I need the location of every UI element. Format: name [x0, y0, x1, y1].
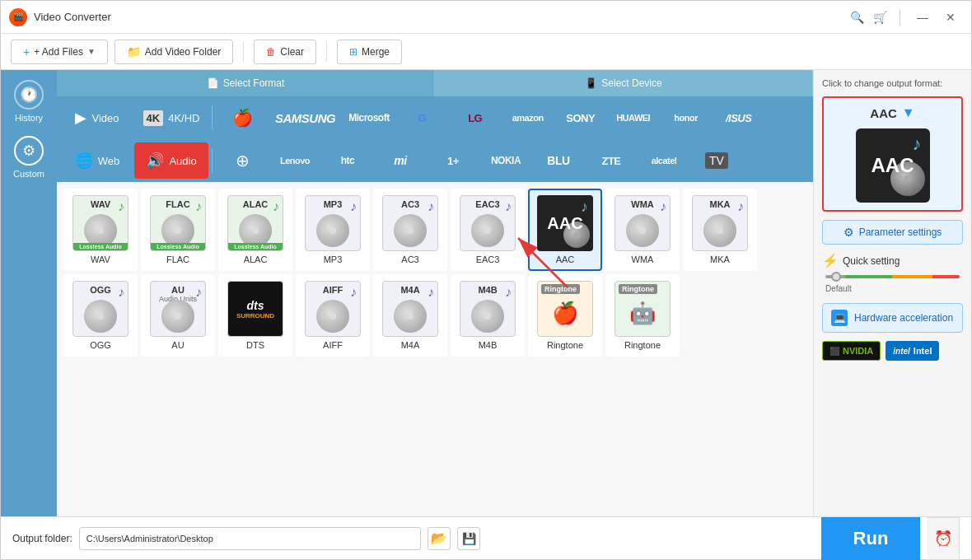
video-button[interactable]: ▶ Video [60, 100, 134, 136]
brand-sony[interactable]: SONY [554, 100, 607, 136]
sidebar-history-label: History [15, 113, 43, 123]
brand-mi[interactable]: mi [374, 142, 427, 179]
nokia-label: NOKIA [491, 155, 521, 166]
search-button[interactable]: 🔍 [847, 7, 867, 27]
format-item-ogg[interactable]: OGG ♪ OGG [63, 274, 138, 357]
au-label: AU [171, 340, 184, 350]
brand-asus[interactable]: /ISUS [713, 100, 765, 136]
brand-tv[interactable]: TV [690, 142, 743, 179]
brand-honor[interactable]: honor [660, 100, 713, 136]
output-format-preview[interactable]: AAC ▼ AAC ♪ [822, 96, 963, 212]
format-item-m4a[interactable]: M4A ♪ M4A [373, 274, 447, 357]
format-item-mp3[interactable]: MP3 ♪ MP3 [296, 189, 370, 271]
merge-button[interactable]: ⊞ Merge [337, 40, 402, 64]
ogg-thumb-base: OGG ♪ [72, 281, 129, 337]
m4a-label: M4A [401, 340, 420, 350]
brand-microsoft[interactable]: Microsoft [342, 100, 396, 136]
wav-thumb-base: WAV ♪ Lossless Audio [72, 195, 129, 251]
web-button[interactable]: 🌐 Web [60, 142, 134, 179]
minimize-button[interactable]: — [910, 7, 935, 27]
format-item-ringtone-android[interactable]: Ringtone 🤖 Ringtone [605, 274, 680, 357]
close-button[interactable]: ✕ [938, 7, 963, 27]
parameter-settings-button[interactable]: ⚙ Parameter settings [822, 220, 963, 245]
sidebar-item-custom[interactable]: ⚙ Custom [1, 129, 57, 185]
brand-huawei[interactable]: HUAWEI [607, 100, 660, 136]
tab-row: 📄 Select Format 📱 Select Device [57, 70, 813, 96]
format-item-wav[interactable]: WAV ♪ Lossless Audio WAV [63, 189, 138, 271]
mp3-top-label: MP3 [324, 199, 343, 209]
clear-button[interactable]: 🗑 Clear [254, 40, 316, 64]
brand-samsung[interactable]: SAMSUNG [269, 100, 342, 136]
cart-button[interactable]: 🛒 [870, 7, 890, 27]
tab-select-format[interactable]: 📄 Select Format [57, 70, 435, 96]
brand-google[interactable]: G [396, 100, 449, 136]
format-item-mka[interactable]: MKA ♪ MKA [683, 189, 757, 271]
sidebar-item-history[interactable]: 🕐 History [1, 73, 57, 129]
gpu-badges: ⬛ NVIDIA intel Intel [822, 341, 963, 361]
output-format-hint: Click to change output format: [822, 78, 963, 88]
samsung-label: SAMSUNG [275, 111, 335, 125]
format-item-wma[interactable]: WMA ♪ WMA [605, 189, 680, 271]
tab-select-device[interactable]: 📱 Select Device [435, 70, 813, 96]
format-item-ac3[interactable]: AC3 ♪ AC3 [373, 189, 447, 271]
intel-badge[interactable]: intel Intel [886, 341, 939, 361]
aiff-thumb: AIFF ♪ [304, 279, 362, 338]
aiff-label: AIFF [323, 340, 343, 350]
nvidia-badge[interactable]: ⬛ NVIDIA [822, 341, 881, 361]
file-icon: 📄 [207, 77, 219, 89]
ringtone-ios-thumb-base: Ringtone 🍎 [537, 281, 593, 337]
aiff-thumb-base: AIFF ♪ [305, 281, 361, 337]
slider-thumb[interactable] [831, 272, 841, 282]
brand-blu[interactable]: BLU [532, 142, 585, 179]
format-item-alac[interactable]: ALAC ♪ Lossless Audio ALAC [218, 189, 292, 271]
brand-motorola[interactable]: ⊕ [216, 142, 269, 179]
save-path-button[interactable]: 💾 [457, 527, 480, 550]
format-item-aiff[interactable]: AIFF ♪ AIFF [296, 274, 370, 357]
brand-zte[interactable]: ZTE [585, 142, 638, 179]
format-item-eac3[interactable]: EAC3 ♪ EAC3 [451, 189, 525, 271]
brand-oneplus[interactable]: 1+ [427, 142, 479, 179]
browse-folder-button[interactable]: 📂 [428, 527, 451, 550]
quality-slider[interactable] [825, 275, 960, 278]
flac-thumb-base: FLAC ♪ Lossless Audio [150, 195, 206, 251]
alarm-button[interactable]: ⏰ [927, 517, 960, 560]
audio-button[interactable]: 🔊 Audio [134, 142, 208, 179]
format-item-flac[interactable]: FLAC ♪ Lossless Audio FLAC [141, 189, 215, 271]
hardware-acceleration-button[interactable]: 💻 Hardware acceleration [822, 303, 963, 333]
format-item-aac[interactable]: AAC ♪ AAC [528, 189, 602, 271]
brand-apple[interactable]: 🍎 [216, 100, 269, 136]
brand-htc[interactable]: htc [321, 142, 374, 179]
quality-slider-container: Default [822, 275, 963, 295]
4k-hd-button[interactable]: 4K 4K/HD [134, 100, 208, 136]
wav-thumb: WAV ♪ Lossless Audio [72, 194, 129, 253]
device-icon: 📱 [585, 77, 597, 89]
output-format-dropdown: AAC ▼ [870, 105, 914, 120]
mka-disc [703, 214, 736, 247]
dts-label: DTS [246, 340, 264, 350]
brand-lenovo[interactable]: Lenovo [269, 142, 321, 179]
flac-thumb: FLAC ♪ Lossless Audio [149, 194, 207, 253]
quick-setting-label: ⚡ Quick setting [822, 253, 963, 268]
format-item-m4b[interactable]: M4B ♪ M4B [451, 274, 525, 357]
add-files-button[interactable]: + + Add Files ▼ [11, 40, 108, 64]
au-thumb: AU Audio Units ♪ [149, 279, 207, 338]
alac-lossless-badge: Lossless Audio [228, 243, 283, 250]
toolbar: + + Add Files ▼ 📁 Add Video Folder 🗑 Cle… [1, 34, 971, 70]
output-format-label: AAC [870, 106, 897, 120]
brand-nokia[interactable]: NOKIA [479, 142, 532, 179]
add-video-folder-button[interactable]: 📁 Add Video Folder [114, 40, 234, 64]
alac-note-icon: ♪ [273, 199, 279, 214]
brand-alcatel[interactable]: alcatel [638, 142, 690, 179]
m4b-disc [471, 300, 504, 333]
format-item-ringtone-ios[interactable]: Ringtone 🍎 Ringtone [528, 274, 602, 357]
mi-label: mi [394, 154, 406, 167]
format-item-au[interactable]: AU Audio Units ♪ AU [141, 274, 215, 357]
video-play-icon: ▶ [75, 109, 86, 127]
format-item-dts[interactable]: dts SURROUND DTS [218, 274, 292, 357]
run-button[interactable]: Run [821, 517, 920, 560]
output-path-input[interactable] [79, 527, 422, 550]
output-dropdown-arrow-icon: ▼ [902, 105, 915, 120]
brand-lg[interactable]: LG [449, 100, 502, 136]
brand-amazon[interactable]: amazon [502, 100, 554, 136]
au-top-label: AU [171, 285, 185, 295]
